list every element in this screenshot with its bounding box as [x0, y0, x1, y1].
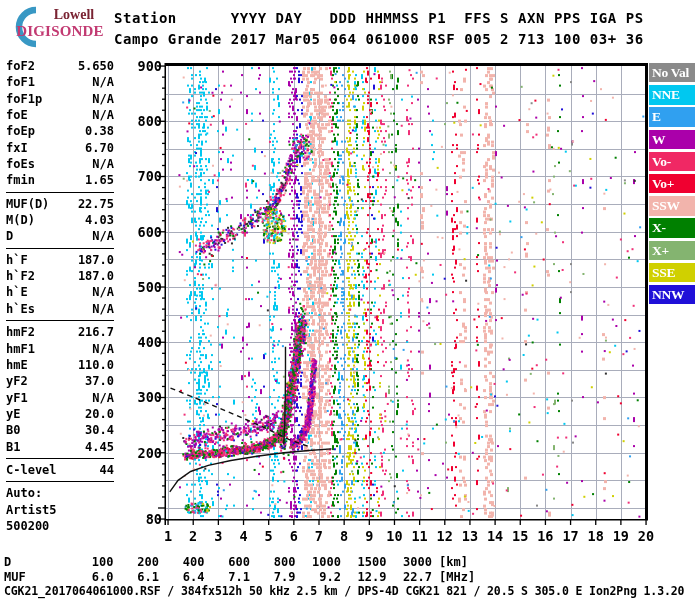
- x-axis-tick-label: 4: [231, 528, 255, 544]
- x-axis-tick-label: 14: [483, 528, 507, 544]
- cell-value: 200: [114, 555, 160, 570]
- param-row: foEp0.38: [6, 123, 114, 139]
- param-label: hmF2: [6, 324, 35, 340]
- footer-file-info: CGK21_2017064061000.RSF / 384fx512h 50 k…: [4, 584, 684, 598]
- legend-item-nnw: NNW: [649, 285, 695, 304]
- x-axis-tick-label: 13: [458, 528, 482, 544]
- param-value: 22.75: [78, 196, 114, 212]
- x-axis-tick-label: 11: [408, 528, 432, 544]
- legend-item-x-: X+: [649, 241, 695, 260]
- param-row: hmF2216.7: [6, 324, 114, 340]
- param-value: N/A: [92, 107, 114, 123]
- cell-value: 100: [68, 555, 114, 570]
- y-axis-tick-label: 500: [130, 279, 162, 295]
- param-value: 37.0: [85, 373, 114, 389]
- y-axis-tick-label: 600: [130, 224, 162, 240]
- separator-line: [6, 481, 114, 482]
- param-label: foE: [6, 107, 28, 123]
- param-row: h`F2187.0: [6, 268, 114, 284]
- row-label: MUF: [4, 570, 68, 585]
- x-axis-tick-label: 10: [382, 528, 406, 544]
- param-value: 216.7: [78, 324, 114, 340]
- y-axis-tick-label: 300: [130, 389, 162, 405]
- cell-value: 6.1: [114, 570, 160, 585]
- param-row: B14.45: [6, 439, 114, 455]
- param-value: 4.45: [85, 439, 114, 455]
- x-axis-tick-label: 19: [609, 528, 633, 544]
- separator-line: [6, 192, 114, 193]
- param-row: foF25.650: [6, 58, 114, 74]
- param-label: D: [6, 228, 13, 244]
- y-axis-tick-label: 900: [130, 58, 162, 74]
- autoscaler-info: 500200: [6, 518, 114, 534]
- param-label: B1: [6, 439, 20, 455]
- param-value: 20.0: [85, 406, 114, 422]
- cell-value: 3000: [387, 555, 433, 570]
- y-axis-tick-label: 400: [130, 334, 162, 350]
- param-label: MUF(D): [6, 196, 49, 212]
- cell-value: 1000: [296, 555, 342, 570]
- param-row: C-level44: [6, 462, 114, 478]
- param-value: 4.03: [85, 212, 114, 228]
- x-axis-tick-label: 17: [559, 528, 583, 544]
- param-row: M(D)4.03: [6, 212, 114, 228]
- cell-value: 1500: [341, 555, 387, 570]
- y-axis-tick-label: 700: [130, 168, 162, 184]
- cell-value: 7.9: [250, 570, 296, 585]
- param-row: foF1pN/A: [6, 91, 114, 107]
- param-label: hmF1: [6, 341, 35, 357]
- param-value: 30.4: [85, 422, 114, 438]
- x-axis-tick-label: 9: [357, 528, 381, 544]
- param-value: N/A: [92, 301, 114, 317]
- x-axis-tick-label: 12: [433, 528, 457, 544]
- param-label: yF1: [6, 390, 28, 406]
- x-axis-tick-label: 18: [584, 528, 608, 544]
- param-label: M(D): [6, 212, 35, 228]
- param-label: C-level: [6, 462, 57, 478]
- muf-distance-table: D100200400600800100015003000[km]MUF6.06.…: [4, 555, 475, 584]
- autoscaler-info: Artist5: [6, 502, 114, 518]
- x-axis-tick-label: 6: [282, 528, 306, 544]
- param-row: fmin1.65: [6, 172, 114, 188]
- param-label: h`F: [6, 252, 28, 268]
- param-label: foEs: [6, 156, 35, 172]
- param-label: foF1p: [6, 91, 42, 107]
- param-label: B0: [6, 422, 20, 438]
- param-row: DN/A: [6, 228, 114, 244]
- param-value: 1.65: [85, 172, 114, 188]
- param-row: yE20.0: [6, 406, 114, 422]
- header-station-values: Campo Grande 2017 Mar05 064 061000 RSF 0…: [114, 31, 644, 47]
- param-value: N/A: [92, 228, 114, 244]
- param-value: 187.0: [78, 268, 114, 284]
- y-axis-tick-label: 800: [130, 113, 162, 129]
- legend-item-nne: NNE: [649, 85, 695, 104]
- param-label: foF1: [6, 74, 35, 90]
- x-axis-tick-label: 1: [156, 528, 180, 544]
- row-label: D: [4, 555, 68, 570]
- legend-item-vo-: Vo-: [649, 152, 695, 171]
- param-value: 110.0: [78, 357, 114, 373]
- param-label: foF2: [6, 58, 35, 74]
- param-value: N/A: [92, 284, 114, 300]
- param-value: N/A: [92, 91, 114, 107]
- cell-value: 22.7: [387, 570, 433, 585]
- table-row-muf: MUF6.06.16.47.17.99.212.922.7[MHz]: [4, 570, 475, 585]
- param-label: yE: [6, 406, 20, 422]
- param-label: hmE: [6, 357, 28, 373]
- param-value: 0.38: [85, 123, 114, 139]
- param-value: 187.0: [78, 252, 114, 268]
- header-column-titles: Station YYYY DAY DDD HHMMSS P1 FFS S AXN…: [114, 10, 644, 26]
- logo-text-lowell: Lowell: [38, 7, 110, 23]
- logo-text-digisonde: DIGISONDE: [8, 23, 112, 40]
- param-value: N/A: [92, 341, 114, 357]
- cell-value: 800: [250, 555, 296, 570]
- param-row: foEN/A: [6, 107, 114, 123]
- table-row-d: D100200400600800100015003000[km]: [4, 555, 475, 570]
- legend-item-x-: X-: [649, 218, 695, 237]
- separator-line: [6, 458, 114, 459]
- param-row: h`F187.0: [6, 252, 114, 268]
- param-row: B030.4: [6, 422, 114, 438]
- legend-item-no-val: No Val: [649, 63, 695, 82]
- cell-value: 6.0: [68, 570, 114, 585]
- cell-value: 9.2: [296, 570, 342, 585]
